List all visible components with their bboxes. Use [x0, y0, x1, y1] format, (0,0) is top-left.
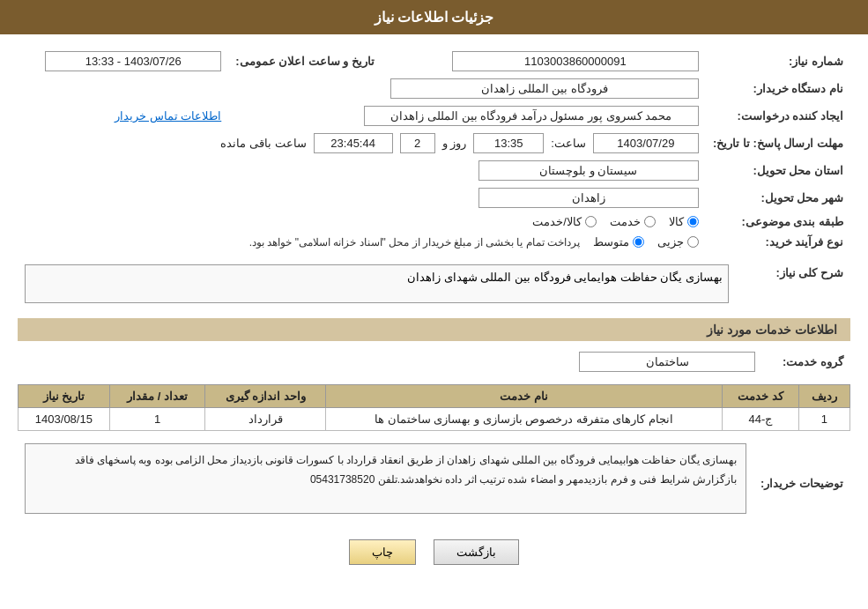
buttons-row: بازگشت چاپ: [18, 539, 850, 565]
service-group-table: گروه خدمت: ساختمان: [18, 348, 850, 375]
cell-code: ج-44: [723, 408, 799, 431]
process-motavaset-radio[interactable]: [633, 236, 644, 248]
service-group-row: گروه خدمت: ساختمان: [18, 348, 850, 375]
category-kala[interactable]: کالا: [669, 215, 699, 228]
col-code: کد خدمت: [723, 385, 799, 408]
service-group-value: ساختمان: [18, 348, 762, 375]
buyer-org-label: نام دستگاه خریدار:: [706, 75, 850, 102]
category-both-radio[interactable]: [585, 216, 597, 227]
page-header: جزئیات اطلاعات نیاز: [0, 0, 868, 34]
category-khedmat-label: خدمت: [610, 215, 641, 228]
general-desc-cell: بهسازی یگان حفاظت هوایمایی فرودگاه بین ا…: [18, 261, 736, 309]
buyer-desc-text: بهسازی یگان حفاظت هوابیمایی فرودگاه بین …: [75, 454, 737, 486]
cell-name: انجام کارهای متفرقه درخصوص بازسازی و بهس…: [326, 408, 723, 431]
buyer-org-value: فرودگاه بین المللی زاهدان: [18, 75, 706, 102]
remaining-label: ساعت باقی مانده: [220, 137, 306, 150]
page-container: جزئیات اطلاعات نیاز شماره نیاز: 11030038…: [0, 0, 868, 609]
process-row: نوع فرآیند خرید: جزیی متوسط پرداخت تمام …: [18, 232, 850, 252]
city-value: زاهدان: [18, 184, 706, 212]
col-name: نام خدمت: [326, 385, 723, 408]
need-number-input: 1103003860000091: [452, 51, 699, 71]
table-row: 1 ج-44 انجام کارهای متفرقه درخصوص بازساز…: [19, 408, 850, 431]
category-kala-radio[interactable]: [687, 216, 699, 227]
back-button[interactable]: بازگشت: [434, 539, 519, 565]
general-desc-label: شرح کلی نیاز:: [736, 261, 850, 309]
process-jozii[interactable]: جزیی: [657, 235, 699, 249]
process-jozii-radio[interactable]: [687, 236, 699, 248]
page-title: جزئیات اطلاعات نیاز: [375, 10, 494, 25]
need-number-value: 1103003860000091: [417, 48, 706, 75]
public-announce-input: 1403/07/26 - 13:33: [45, 51, 221, 71]
col-date: تاریخ نیاز: [19, 385, 110, 408]
deadline-label: مهلت ارسال پاسخ: تا تاریخ:: [706, 130, 850, 157]
table-header-row: ردیف کد خدمت نام خدمت واحد اندازه گیری ت…: [19, 385, 850, 408]
process-motavaset[interactable]: متوسط: [593, 235, 644, 249]
table-body: 1 ج-44 انجام کارهای متفرقه درخصوص بازساز…: [19, 408, 850, 431]
category-khedmat-radio[interactable]: [644, 216, 656, 227]
buyer-org-input: فرودگاه بین المللی زاهدان: [390, 78, 699, 99]
creator-link-cell: اطلاعات تماس خریدار: [18, 102, 228, 130]
province-value: سیستان و بلوچستان: [18, 157, 706, 184]
buyer-desc-table: توضیحات خریدار: بهسازی یگان حفاظت هوابیم…: [18, 440, 850, 526]
category-label: طبقه بندی موضوعی:: [706, 212, 850, 232]
remaining-value: 23:45:44: [314, 133, 393, 153]
buyer-desc-row: توضیحات خریدار: بهسازی یگان حفاظت هوابیم…: [18, 440, 850, 526]
info-form-table: شماره نیاز: 1103003860000091 تاریخ و ساع…: [18, 48, 850, 252]
process-label: نوع فرآیند خرید:: [706, 232, 850, 252]
print-button[interactable]: چاپ: [349, 539, 416, 565]
province-row: استان محل تحویل: سیستان و بلوچستان: [18, 157, 850, 184]
deadline-flex: 1403/07/29 ساعت: 13:35 روز و 2 23:45:44 …: [25, 133, 699, 153]
category-kala-label: کالا: [669, 215, 684, 228]
creator-value: محمد کسروی پور مسئول درآمد فرودگاه بین ا…: [228, 102, 706, 130]
creator-label: ایجاد کننده درخواست:: [706, 102, 850, 130]
cell-qty: 1: [109, 408, 205, 431]
cell-rownum: 1: [798, 408, 849, 431]
buyer-desc-box: بهسازی یگان حفاظت هوابیمایی فرودگاه بین …: [25, 443, 746, 514]
service-group-label: گروه خدمت:: [762, 348, 850, 375]
need-number-row: شماره نیاز: 1103003860000091 تاریخ و ساع…: [18, 48, 850, 75]
province-label: استان محل تحویل:: [706, 157, 850, 184]
process-note: پرداخت تمام یا بخشی از مبلغ خریدار از مح…: [249, 236, 580, 249]
buyer-org-row: نام دستگاه خریدار: فرودگاه بین المللی زا…: [18, 75, 850, 102]
services-section-title: اطلاعات خدمات مورد نیاز: [18, 318, 850, 341]
deadline-date: 1403/07/29: [593, 133, 699, 153]
desc-form-table: شرح کلی نیاز: بهسازی یگان حفاظت هوایمایی…: [18, 261, 850, 309]
col-rownum: ردیف: [798, 385, 849, 408]
process-motavaset-label: متوسط: [593, 235, 629, 249]
days-label: روز و: [442, 137, 467, 150]
public-announce-value: 1403/07/26 - 13:33: [18, 48, 228, 75]
public-announce-label: تاریخ و ساعت اعلان عمومی:: [228, 48, 382, 75]
col-qty: تعداد / مقدار: [109, 385, 205, 408]
city-label: شهر محل تحویل:: [706, 184, 850, 212]
general-desc-row: شرح کلی نیاز: بهسازی یگان حفاظت هوایمایی…: [18, 261, 850, 309]
city-input: زاهدان: [479, 188, 699, 208]
category-row: طبقه بندی موضوعی: کالا خدمت: [18, 212, 850, 232]
category-both-label: کالا/خدمت: [532, 215, 582, 228]
process-radio-group: جزیی متوسط پرداخت تمام یا بخشی از مبلغ خ…: [25, 235, 699, 249]
category-khedmat[interactable]: خدمت: [610, 215, 656, 228]
table-header: ردیف کد خدمت نام خدمت واحد اندازه گیری ت…: [19, 385, 850, 408]
city-row: شهر محل تحویل: زاهدان: [18, 184, 850, 212]
buyer-desc-label: توضیحات خریدار:: [753, 440, 850, 526]
cell-unit: قرارداد: [205, 408, 326, 431]
province-input: سیستان و بلوچستان: [479, 160, 699, 181]
category-radio-group: کالا خدمت کالا/خدمت: [25, 215, 699, 228]
main-content: شماره نیاز: 1103003860000091 تاریخ و ساع…: [0, 48, 868, 565]
general-desc-textarea: بهسازی یگان حفاظت هوایمایی فرودگاه بین ا…: [25, 264, 729, 303]
creator-input: محمد کسروی پور مسئول درآمد فرودگاه بین ا…: [364, 106, 699, 126]
need-number-label: شماره نیاز:: [706, 48, 850, 75]
buyer-desc-value: بهسازی یگان حفاظت هوابیمایی فرودگاه بین …: [18, 440, 753, 526]
days-value: 2: [400, 133, 435, 153]
process-options: جزیی متوسط پرداخت تمام یا بخشی از مبلغ خ…: [18, 232, 706, 252]
deadline-row: مهلت ارسال پاسخ: تا تاریخ: 1403/07/29 سا…: [18, 130, 850, 157]
category-kala-khedmat[interactable]: کالا/خدمت: [532, 215, 597, 228]
time-label: ساعت:: [551, 137, 586, 150]
services-data-table: ردیف کد خدمت نام خدمت واحد اندازه گیری ت…: [18, 384, 850, 431]
time-value: 13:35: [473, 133, 544, 153]
creator-contact-link[interactable]: اطلاعات تماس خریدار: [115, 109, 221, 123]
col-unit: واحد اندازه گیری: [205, 385, 326, 408]
service-group-input: ساختمان: [579, 352, 755, 372]
cell-date: 1403/08/15: [19, 408, 110, 431]
category-options: کالا خدمت کالا/خدمت: [18, 212, 706, 232]
process-jozii-label: جزیی: [657, 235, 684, 249]
